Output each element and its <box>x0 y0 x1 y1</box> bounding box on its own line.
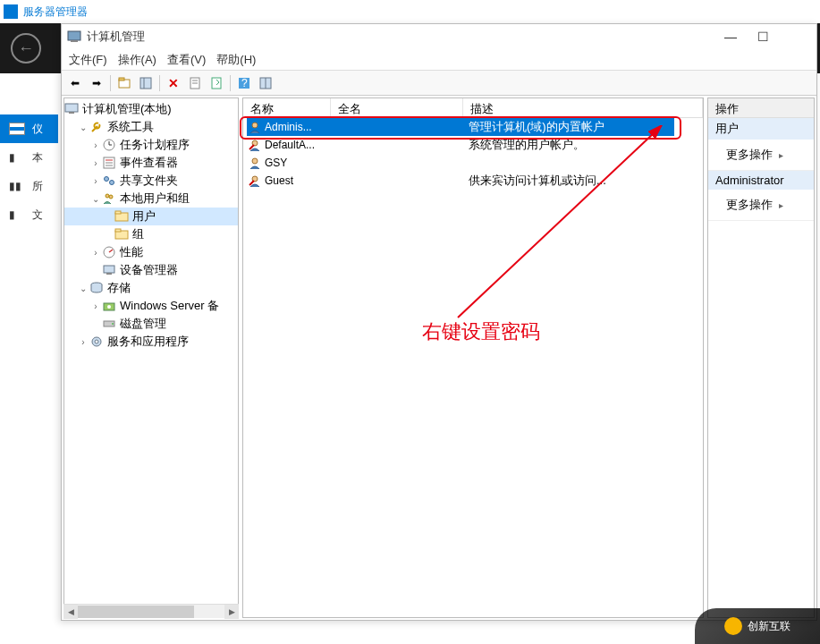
col-desc[interactable]: 描述 <box>463 98 703 117</box>
expand-icon[interactable]: › <box>89 248 102 258</box>
col-name[interactable]: 名称 <box>243 98 331 117</box>
tree-scrollbar-h[interactable]: ◀ ▶ <box>63 604 239 618</box>
tree-system-tools[interactable]: ⌄ 系统工具 <box>64 118 238 136</box>
scroll-left-icon[interactable]: ◀ <box>63 605 78 618</box>
menu-view[interactable]: 查看(V) <box>167 52 206 68</box>
action-heading-users: 用户 <box>708 118 814 140</box>
folder-icon <box>114 227 129 242</box>
server-manager-icon <box>4 4 18 19</box>
tree-shared-folders[interactable]: › 共享文件夹 <box>64 172 238 190</box>
up-icon[interactable] <box>114 73 134 93</box>
clock-icon <box>102 138 116 152</box>
user-row-defaultaccount[interactable]: DefaultA... 系统管理的用户帐户。 <box>243 136 703 154</box>
svg-rect-0 <box>68 31 80 40</box>
sidebar-item[interactable]: ▮ 文 <box>0 200 58 229</box>
device-icon <box>102 263 116 277</box>
scroll-track[interactable] <box>78 605 224 618</box>
svg-point-24 <box>110 181 114 185</box>
action-pane-title: 操作 <box>708 98 814 118</box>
cm-toolbar: ⬅ ➡ ✕ ? <box>62 71 816 96</box>
svg-rect-3 <box>119 78 124 80</box>
file-icon: ▮ <box>9 208 25 221</box>
expand-icon[interactable]: › <box>77 337 89 347</box>
maximize-button[interactable]: ☐ <box>747 26 779 47</box>
svg-point-36 <box>107 305 111 309</box>
menu-file[interactable]: 文件(F) <box>69 52 107 68</box>
computer-icon <box>64 102 79 116</box>
separator <box>230 75 231 91</box>
folder-icon <box>114 209 129 224</box>
svg-rect-33 <box>106 273 112 275</box>
menu-action[interactable]: 操作(A) <box>118 52 156 68</box>
sidebar-label: 文 <box>32 208 43 223</box>
show-hide-icon[interactable] <box>136 73 156 93</box>
storage-icon <box>89 281 104 295</box>
user-icon <box>249 121 261 133</box>
back-icon[interactable]: ⬅ <box>65 73 85 93</box>
properties-icon[interactable] <box>185 73 205 93</box>
tree-disk-management[interactable]: 磁盘管理 <box>64 315 238 333</box>
expand-icon[interactable]: › <box>89 176 102 186</box>
svg-point-40 <box>95 340 98 343</box>
tree-root[interactable]: 计算机管理(本地) <box>64 100 238 118</box>
sidebar-label: 仪 <box>32 122 43 137</box>
services-icon <box>89 335 104 349</box>
watermark-logo-icon <box>724 617 742 635</box>
forward-icon[interactable]: ➡ <box>87 73 106 93</box>
expand-icon[interactable]: › <box>89 140 102 150</box>
tree-users[interactable]: 用户 <box>64 208 238 225</box>
col-fullname[interactable]: 全名 <box>331 98 463 117</box>
back-button[interactable]: ← <box>11 33 41 64</box>
svg-point-38 <box>112 323 114 325</box>
tree-task-scheduler[interactable]: › 任务计划程序 <box>64 136 238 154</box>
collapse-icon[interactable]: ⌄ <box>77 284 89 293</box>
tree-groups[interactable]: 组 <box>64 225 238 243</box>
cm-titlebar: 计算机管理 — ☐ <box>62 24 816 49</box>
tree-pane[interactable]: 计算机管理(本地) ⌄ 系统工具 › 任务计划程序 › 事件查看器 <box>63 97 239 618</box>
collapse-icon[interactable]: ⌄ <box>89 194 102 204</box>
collapse-icon[interactable]: ⌄ <box>77 123 89 132</box>
scroll-right-icon[interactable]: ▶ <box>224 605 239 618</box>
sidebar-item-dashboard[interactable]: 仪 <box>0 114 58 143</box>
tree-windows-server-backup[interactable]: › Windows Server 备 <box>64 297 238 315</box>
user-row-administrator[interactable]: Adminis... 管理计算机(域)的内置帐户 <box>243 118 703 136</box>
sidebar-item[interactable]: ▮▮ 所 <box>0 172 58 200</box>
tree-event-viewer[interactable]: › 事件查看器 <box>64 154 238 172</box>
refresh-icon[interactable] <box>256 73 275 93</box>
tree-services-apps[interactable]: › 服务和应用程序 <box>64 333 238 351</box>
delete-icon[interactable]: ✕ <box>164 73 183 93</box>
user-row-guest[interactable]: Guest 供来宾访问计算机或访问... <box>243 172 703 190</box>
scroll-thumb[interactable] <box>78 606 194 618</box>
tree-device-manager[interactable]: 设备管理器 <box>64 261 238 279</box>
action-more-2[interactable]: 更多操作 <box>708 193 814 216</box>
menu-help[interactable]: 帮助(H) <box>216 52 256 68</box>
user-desc: 供来宾访问计算机或访问... <box>463 173 703 189</box>
separator <box>159 75 160 91</box>
tree-storage[interactable]: ⌄ 存储 <box>64 279 238 297</box>
svg-point-23 <box>105 177 109 182</box>
help-icon[interactable]: ? <box>234 73 254 93</box>
svg-rect-4 <box>140 78 151 89</box>
svg-point-43 <box>252 158 258 164</box>
expand-icon[interactable]: › <box>89 301 102 311</box>
event-icon <box>102 156 116 170</box>
sidebar-item[interactable]: ▮ 本 <box>0 143 58 172</box>
close-button[interactable] <box>779 26 811 47</box>
svg-point-26 <box>109 195 113 199</box>
svg-rect-15 <box>69 112 74 114</box>
action-heading-admin: Administrator <box>708 171 814 190</box>
watermark: 创新互联 <box>695 608 820 644</box>
user-disabled-icon <box>249 174 261 187</box>
user-name: GSY <box>265 157 287 169</box>
expand-icon[interactable]: › <box>89 158 102 168</box>
list-pane[interactable]: 名称 全名 描述 Adminis... 管理计算机(域)的内置帐户 Defaul… <box>242 97 704 618</box>
tree-local-users-groups[interactable]: ⌄ 本地用户和组 <box>64 190 238 208</box>
list-header: 名称 全名 描述 <box>243 98 703 118</box>
cm-icon <box>67 30 81 44</box>
action-more-1[interactable]: 更多操作 <box>708 143 814 166</box>
svg-text:?: ? <box>241 77 248 89</box>
tree-performance[interactable]: › 性能 <box>64 243 238 261</box>
minimize-button[interactable]: — <box>714 26 747 47</box>
export-icon[interactable] <box>207 73 226 93</box>
user-row-gsy[interactable]: GSY <box>243 154 703 172</box>
